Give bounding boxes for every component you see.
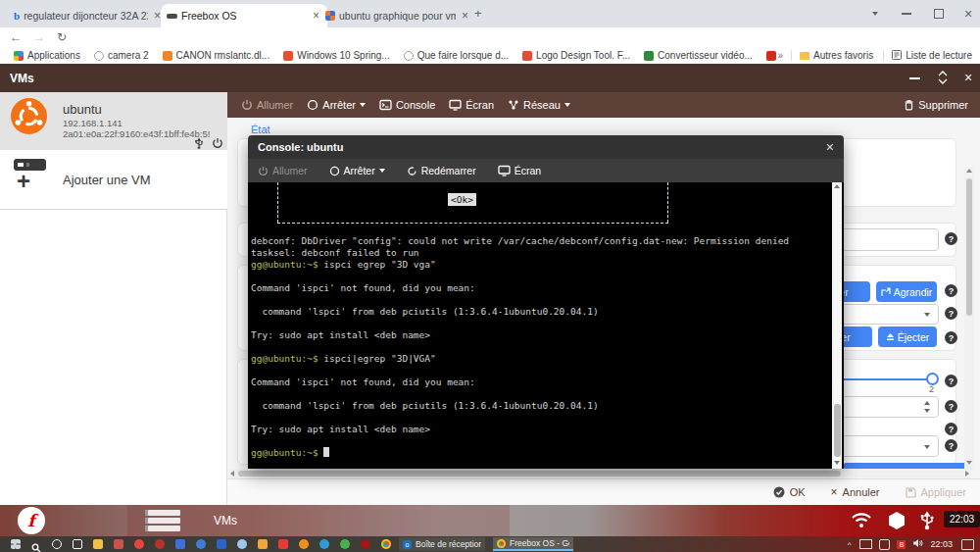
help-icon[interactable]: ? <box>945 423 957 435</box>
scroll-left-arrow[interactable] <box>230 471 234 477</box>
tab-search-chevron-icon[interactable] <box>872 12 878 16</box>
scrollbar-thumb[interactable] <box>834 404 841 457</box>
new-tab-button[interactable]: + <box>474 6 482 21</box>
appliquer-button[interactable]: Appliquer <box>906 486 966 498</box>
device-tray-icon[interactable] <box>879 539 890 550</box>
freebox-clock[interactable]: 22:03 <box>944 511 980 527</box>
taskbar-item-vms[interactable]: VMs <box>127 505 510 536</box>
vm-maximize-button[interactable] <box>937 70 949 89</box>
scroll-right-arrow[interactable] <box>965 471 969 477</box>
bookmark-item[interactable]: Logo Design Tool. F... <box>522 50 630 61</box>
file-explorer-icon[interactable] <box>93 539 103 549</box>
cloud-app-icon[interactable] <box>237 539 247 549</box>
arreter-button[interactable]: Arrêter <box>307 99 366 111</box>
bookmark-item[interactable]: Que faire lorsque d... <box>404 50 509 61</box>
console-ecran-button[interactable]: Écran <box>498 165 541 176</box>
scroll-down-arrow[interactable] <box>966 461 972 465</box>
action-center-icon[interactable] <box>961 539 974 550</box>
taskbar-button-outlook[interactable]: o Boîte de réception - g... <box>399 537 485 551</box>
wifi-icon[interactable] <box>851 512 872 532</box>
cortana-icon[interactable] <box>52 539 62 549</box>
antivirus-tray-icon[interactable]: B <box>897 540 906 549</box>
bookmark-item[interactable]: CANON rmslantc.dl... <box>163 50 270 61</box>
tab-ubuntu-search[interactable]: ubuntu graphique pour vms free × <box>319 4 476 27</box>
usb-icon[interactable] <box>919 511 935 534</box>
supprimer-button[interactable]: Supprimer <box>904 99 968 111</box>
tray-expand-chevron-icon[interactable]: ^ <box>848 540 852 549</box>
windows-clock[interactable]: 22:03 <box>930 539 953 549</box>
volume-icon[interactable] <box>912 538 923 550</box>
red-app-icon[interactable] <box>155 539 165 549</box>
media-app-icon[interactable] <box>278 539 288 549</box>
console-allumer-button[interactable]: Allumer <box>258 165 308 176</box>
display-tray-icon[interactable] <box>859 539 872 549</box>
tab-freebox-os[interactable]: Freebox OS × <box>161 4 327 27</box>
ejecter-button[interactable]: Éjecter <box>878 326 937 347</box>
reading-list-button[interactable]: Liste de lecture <box>892 50 972 62</box>
scroll-up-arrow[interactable] <box>834 184 840 188</box>
help-icon[interactable]: ? <box>945 400 957 413</box>
vertical-scrollbar[interactable] <box>964 167 974 469</box>
bookmark-item[interactable]: Applications <box>14 50 80 61</box>
bookmark-item[interactable]: Windows 10 Spring... <box>283 50 390 61</box>
tab-close-icon[interactable]: × <box>460 9 470 23</box>
console-titlebar[interactable]: Console: ubuntu × <box>248 135 844 159</box>
window-minimize-button[interactable] <box>902 13 911 15</box>
console-arreter-button[interactable]: Arrêter <box>329 165 385 176</box>
free-logo-icon[interactable]: f <box>18 507 45 534</box>
sidebar-item-add-vm[interactable]: + Ajouter une VM <box>0 150 227 210</box>
blue-doc-app-icon[interactable] <box>217 539 226 549</box>
back-icon[interactable]: ← <box>10 30 22 44</box>
bookmark-item[interactable]: camera 2 <box>94 50 149 61</box>
reseau-button[interactable]: Réseau <box>508 99 570 111</box>
agrandir-button[interactable]: Agrandir <box>876 281 937 302</box>
ecran-button[interactable]: Écran <box>449 99 494 111</box>
scrollbar-thumb[interactable] <box>238 471 841 477</box>
annuler-button[interactable]: × Annuler <box>831 485 880 499</box>
reload-icon[interactable]: ↻ <box>57 30 67 44</box>
console-close-button[interactable]: × <box>826 139 834 155</box>
help-icon[interactable]: ? <box>945 439 957 452</box>
bookmark-item[interactable]: Convertisseur vidéo... <box>644 50 753 61</box>
taskbar-button-chrome[interactable]: Freebox OS - Google ... <box>493 537 573 551</box>
tui-ok-button[interactable]: <Ok> <box>448 193 476 206</box>
blue-circle-app-icon[interactable] <box>319 539 329 549</box>
console-button[interactable]: Console <box>379 99 435 111</box>
spinner-down-icon[interactable] <box>924 409 930 413</box>
vm-close-button[interactable]: × <box>964 70 972 85</box>
help-icon[interactable]: ? <box>945 232 957 245</box>
tab-bing[interactable]: b regulateur dijoncteur 32A 220v g × <box>8 4 169 27</box>
forward-icon[interactable]: → <box>33 30 45 44</box>
bookmark-item[interactable]: Répartir, aligner, lie... <box>766 50 778 61</box>
help-icon[interactable]: ? <box>945 284 957 297</box>
help-icon[interactable]: ? <box>945 375 957 387</box>
edge-chrome-icon[interactable] <box>381 539 391 549</box>
terminal[interactable]: <Ok> debconf: DbDriver "config": could n… <box>248 182 844 469</box>
terminal-scrollbar[interactable] <box>832 182 842 469</box>
search-icon[interactable] <box>31 539 41 549</box>
vm-minimize-button[interactable] <box>909 77 920 79</box>
help-icon[interactable]: ? <box>945 331 957 344</box>
help-icon[interactable]: ? <box>945 307 957 320</box>
allumer-button[interactable]: Allumer <box>241 99 293 111</box>
spinner-up-icon[interactable] <box>924 401 930 405</box>
blue-app-icon[interactable] <box>175 539 185 549</box>
scroll-down-arrow[interactable] <box>834 461 840 465</box>
sidebar-item-vm-ubuntu[interactable]: ubuntu 192.168.1.141 2a01:e0a:22f:9160:e… <box>0 92 227 151</box>
green-circle-app-icon[interactable] <box>340 539 350 549</box>
opera-icon[interactable] <box>134 539 144 549</box>
other-favorites-button[interactable]: Autres favoris <box>800 50 873 61</box>
window-close-button[interactable]: × <box>964 6 972 22</box>
scroll-up-arrow[interactable] <box>966 169 972 173</box>
horizontal-scrollbar[interactable] <box>228 469 971 477</box>
firefox-icon[interactable] <box>299 539 309 549</box>
ok-button[interactable]: OK <box>773 486 806 498</box>
scrollbar-thumb[interactable] <box>966 178 972 316</box>
orange-app-icon[interactable] <box>258 539 268 549</box>
darkred-circle-app-icon[interactable] <box>361 539 370 549</box>
start-icon[interactable] <box>11 539 21 549</box>
window-maximize-button[interactable] <box>934 9 944 19</box>
task-view-icon[interactable] <box>73 539 82 549</box>
photos-icon[interactable] <box>114 539 123 549</box>
hexagon-icon[interactable] <box>888 511 906 534</box>
